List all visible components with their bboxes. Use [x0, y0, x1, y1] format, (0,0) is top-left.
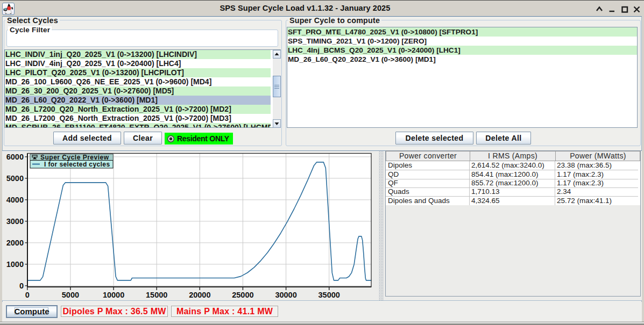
svg-text:5000: 5000: [62, 291, 79, 299]
svg-text:30000: 30000: [275, 291, 296, 299]
svg-text:15000: 15000: [146, 291, 167, 299]
svg-text:20000: 20000: [189, 291, 210, 299]
svg-text:2000: 2000: [6, 239, 24, 247]
svg-text:10000: 10000: [103, 291, 124, 299]
svg-text:5000: 5000: [6, 174, 24, 183]
svg-text:0: 0: [19, 281, 24, 290]
svg-text:3000: 3000: [6, 217, 24, 226]
svg-text:6000: 6000: [6, 153, 24, 161]
svg-text:25000: 25000: [232, 291, 253, 299]
svg-text:0: 0: [25, 291, 30, 299]
svg-text:Super Cycle Preview: Super Cycle Preview: [40, 154, 109, 161]
svg-text:4000: 4000: [6, 196, 24, 204]
svg-text:1000: 1000: [6, 260, 24, 269]
svg-text:I for selected cycles: I for selected cycles: [44, 161, 110, 168]
svg-text:35000: 35000: [319, 291, 340, 299]
